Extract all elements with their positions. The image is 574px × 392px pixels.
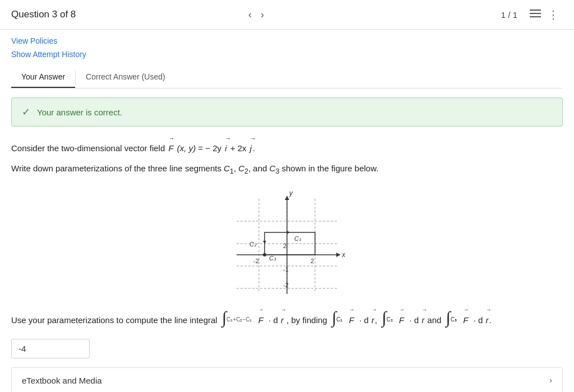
more-menu-button[interactable]: ⋮ bbox=[544, 7, 563, 22]
integral-intro-text: Use your parameterizations to compute th… bbox=[11, 315, 217, 325]
list-icon-button[interactable] bbox=[526, 7, 544, 22]
svg-text:C₂: C₂ bbox=[249, 241, 257, 248]
etextbook-chevron-icon: › bbox=[549, 376, 552, 385]
checkmark-icon: ✓ bbox=[22, 106, 30, 118]
problem-line2: Write down parameterizations of the thre… bbox=[11, 161, 563, 178]
correct-banner: ✓ Your answer is correct. bbox=[11, 97, 563, 127]
svg-marker-12 bbox=[336, 253, 340, 257]
tabs-row: Your Answer Correct Answer (Used) bbox=[11, 67, 563, 88]
question-label: Question 3 of 8 bbox=[11, 9, 244, 20]
svg-marker-13 bbox=[285, 196, 289, 200]
score-label: 1 / 1 bbox=[501, 10, 517, 20]
policies-section: View Policies Show Attempt History bbox=[0, 30, 574, 62]
svg-text:-1: -1 bbox=[283, 266, 289, 273]
content-area: ✓ Your answer is correct. Consider the t… bbox=[0, 88, 574, 392]
next-button[interactable]: › bbox=[256, 8, 269, 22]
integral-line: Use your parameterizations to compute th… bbox=[11, 310, 563, 329]
view-policies-link[interactable]: View Policies bbox=[11, 35, 563, 46]
etextbook-bar[interactable]: eTextbook and Media › bbox=[11, 367, 563, 392]
svg-text:-2: -2 bbox=[253, 258, 259, 264]
prev-button[interactable]: ‹ bbox=[244, 8, 256, 22]
svg-rect-1 bbox=[530, 13, 541, 14]
answer-input[interactable] bbox=[11, 339, 90, 358]
svg-text:2: 2 bbox=[311, 258, 314, 264]
figure-svg: x y 2 2 -2 -1 -2 C₁ C₂ C₃ bbox=[220, 188, 354, 300]
svg-text:C₃: C₃ bbox=[269, 255, 276, 262]
svg-text:C₁: C₁ bbox=[294, 235, 301, 242]
problem-section: Consider the two-dimensional vector fiel… bbox=[11, 139, 563, 358]
svg-marker-27 bbox=[263, 241, 266, 244]
svg-marker-26 bbox=[287, 231, 290, 234]
show-attempt-history-link[interactable]: Show Attempt History bbox=[11, 49, 563, 60]
svg-text:-2: -2 bbox=[283, 282, 289, 288]
svg-point-25 bbox=[263, 253, 266, 256]
svg-text:2: 2 bbox=[283, 242, 286, 249]
svg-rect-2 bbox=[530, 16, 541, 17]
svg-rect-0 bbox=[530, 10, 541, 11]
correct-text: Your answer is correct. bbox=[37, 108, 122, 117]
list-icon bbox=[530, 8, 541, 18]
problem-line1: Consider the two-dimensional vector fiel… bbox=[11, 139, 563, 156]
header: Question 3 of 8 ‹ › 1 / 1 ⋮ bbox=[0, 0, 574, 30]
tab-your-answer[interactable]: Your Answer bbox=[11, 67, 75, 88]
svg-text:y: y bbox=[289, 189, 293, 197]
svg-text:x: x bbox=[341, 251, 346, 259]
etextbook-label: eTextbook and Media bbox=[22, 376, 102, 385]
answer-input-container bbox=[11, 339, 563, 358]
tab-correct-answer[interactable]: Correct Answer (Used) bbox=[76, 67, 175, 88]
figure-container: x y 2 2 -2 -1 -2 C₁ C₂ C₃ bbox=[11, 188, 563, 300]
